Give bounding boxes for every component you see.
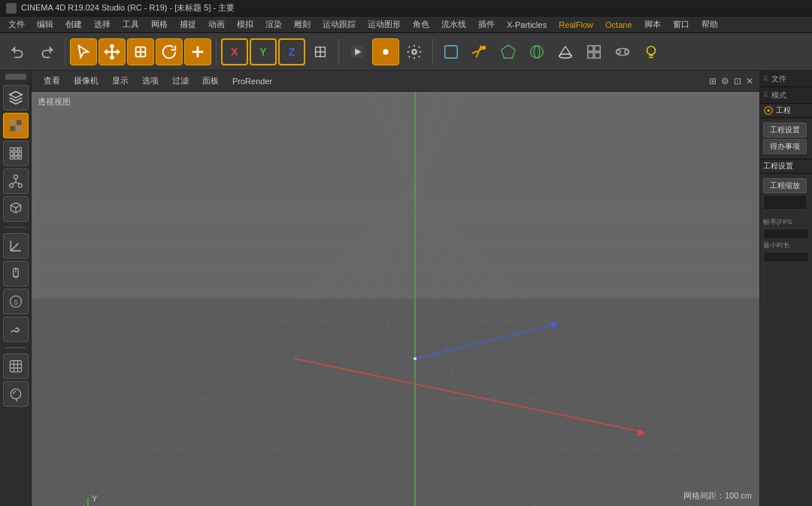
right-panel-header: ⠿ 文件	[760, 71, 812, 87]
menu-item-octane[interactable]: Octane	[600, 19, 637, 31]
vp-prorender-menu[interactable]: ProRender	[226, 75, 278, 87]
sidebar-mouse[interactable]	[3, 261, 29, 286]
svg-point-43	[14, 175, 17, 179]
menu-item-pipeline[interactable]: 流水线	[436, 17, 471, 32]
vp-view-menu[interactable]: 查看	[38, 74, 66, 88]
sidebar-grid[interactable]	[3, 141, 29, 166]
menu-item-select[interactable]: 选择	[89, 17, 116, 32]
svg-rect-39	[19, 152, 21, 155]
sep-4	[432, 38, 433, 65]
vp-display-menu[interactable]: 显示	[106, 74, 135, 88]
project-scale-btn[interactable]: 工程缩放	[763, 178, 807, 193]
sidebar-texture[interactable]	[3, 353, 29, 379]
menu-item-tools[interactable]: 工具	[117, 17, 144, 32]
tb-settings-button[interactable]	[401, 38, 428, 65]
vp-close-icon[interactable]: ✕	[746, 76, 753, 86]
grid-icon-button[interactable]	[580, 38, 607, 65]
app-icon	[6, 3, 17, 14]
svg-point-19	[534, 45, 539, 58]
main-area: S 查看	[0, 71, 812, 506]
section-header-project: 工程	[760, 104, 812, 118]
axis-y-button[interactable]: Y	[250, 38, 277, 65]
sidebar-circle-s[interactable]: S	[3, 289, 29, 314]
svg-point-44	[9, 183, 13, 187]
vp-panel-menu[interactable]: 面板	[196, 74, 225, 88]
menu-item-help[interactable]: 帮助	[696, 17, 723, 32]
sphere-icon-button[interactable]	[523, 38, 550, 65]
menu-item-mesh[interactable]: 网格	[146, 17, 173, 32]
svg-text:Y: Y	[92, 494, 98, 503]
object-mode-button[interactable]	[307, 38, 334, 65]
sidebar-paint[interactable]	[3, 381, 29, 407]
vp-options-menu[interactable]: 选项	[136, 74, 165, 88]
project-settings-btn[interactable]: 工程设置	[763, 123, 807, 138]
cube-icon-button[interactable]	[438, 38, 465, 65]
min-time-input[interactable]	[763, 252, 809, 262]
menu-item-render[interactable]: 渲染	[260, 17, 287, 32]
svg-line-52	[11, 244, 18, 251]
toolbar: X Y Z	[0, 33, 812, 71]
menu-item-mocam[interactable]: 运动跟踪	[317, 17, 361, 32]
3d-viewport[interactable]: 透视视图 .grid-line { stroke: #777; stroke-w…	[32, 92, 759, 506]
svg-rect-23	[588, 45, 593, 50]
project-scale-input[interactable]	[763, 195, 807, 210]
svg-point-45	[18, 183, 22, 187]
bulb-icon-button[interactable]	[638, 38, 665, 65]
rotate-tool-button[interactable]	[156, 38, 183, 65]
menu-item-character[interactable]: 角色	[408, 17, 435, 32]
scale-tool-button[interactable]	[127, 38, 154, 65]
vp-settings-icon[interactable]: ⚙	[721, 76, 729, 86]
svg-rect-26	[595, 52, 600, 57]
add-tool-button[interactable]	[184, 38, 211, 65]
sidebar-angle[interactable]	[3, 233, 29, 259]
sidebar-hierarchy[interactable]	[3, 168, 29, 194]
svg-rect-42	[19, 156, 21, 159]
svg-text:S: S	[14, 298, 18, 306]
redo-button[interactable]	[33, 38, 60, 65]
menu-item-script[interactable]: 脚本	[639, 17, 666, 32]
menu-item-realflow[interactable]: RealFlow	[553, 19, 598, 31]
menu-item-mograph[interactable]: 运动图形	[362, 17, 406, 32]
right-panel: ⠿ 文件 ⠿ 模式 工程 工程设置 得办事项 工程设置 工程缩放 帧	[759, 71, 812, 506]
move-tool-button[interactable]	[98, 38, 126, 65]
menu-item-sculpt[interactable]: 雕刻	[289, 17, 316, 32]
vp-fit-icon[interactable]: ⊡	[734, 76, 741, 86]
tb-record-button[interactable]	[372, 38, 399, 65]
grid-info: 网格间距：100 cm	[683, 490, 752, 501]
axis-z-button[interactable]: Z	[278, 38, 305, 65]
project-icon	[763, 105, 774, 116]
svg-rect-37	[10, 152, 13, 155]
undo-button[interactable]	[5, 38, 32, 65]
svg-line-50	[11, 205, 16, 208]
brush-icon-button[interactable]	[466, 38, 493, 65]
sidebar-snake[interactable]	[3, 317, 29, 342]
sidebar-object-mode[interactable]	[3, 85, 29, 111]
sep-2	[216, 38, 217, 65]
menu-item-snap[interactable]: 捕捉	[174, 17, 201, 32]
left-sidebar: S	[0, 71, 32, 506]
vp-camera-menu[interactable]: 摄像机	[68, 74, 105, 88]
axis-x-button[interactable]: X	[221, 38, 248, 65]
fps-input[interactable]	[763, 229, 809, 239]
settings-section: 工程缩放	[760, 174, 812, 214]
todo-btn[interactable]: 得办事项	[763, 139, 807, 154]
menu-item-simulate[interactable]: 模拟	[232, 17, 259, 32]
menu-item-edit[interactable]: 编辑	[32, 17, 59, 32]
section-label-settings: 工程设置	[763, 161, 793, 171]
vp-expand-icon[interactable]: ⊞	[709, 76, 717, 86]
sidebar-checker[interactable]	[3, 113, 29, 138]
menu-item-create[interactable]: 创建	[60, 17, 87, 32]
vp-filter-menu[interactable]: 过滤	[166, 74, 195, 88]
menu-item-plugins[interactable]: 插件	[473, 17, 500, 32]
tb-play-button[interactable]	[344, 38, 371, 65]
menu-item-file[interactable]: 文件	[3, 17, 30, 32]
sidebar-cube[interactable]	[3, 196, 29, 222]
eyes-icon-button[interactable]	[609, 38, 636, 65]
menu-item-xparticles[interactable]: X-Particles	[501, 19, 552, 31]
svg-line-48	[16, 183, 20, 184]
cone-icon-button[interactable]	[552, 38, 579, 65]
menu-item-window[interactable]: 窗口	[668, 17, 695, 32]
menu-item-animate[interactable]: 动画	[203, 17, 230, 32]
select-tool-button[interactable]	[70, 38, 97, 65]
gem-icon-button[interactable]	[495, 38, 522, 65]
